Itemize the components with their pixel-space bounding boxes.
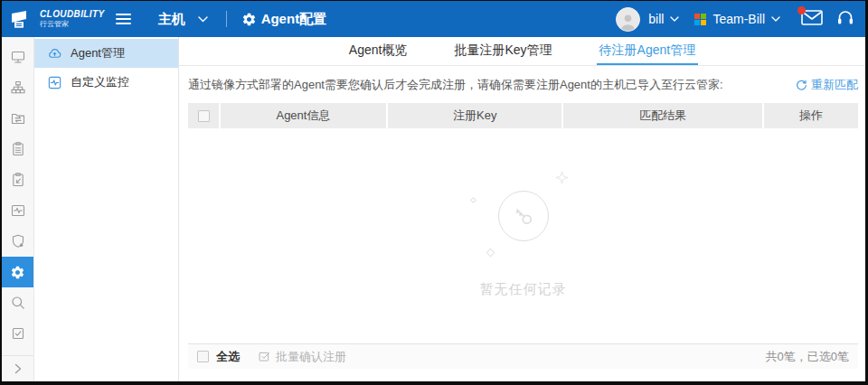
app-body: Agent管理 自定义监控 Agent概览 批量注册Key管理 待注册Agent… — [2, 37, 865, 381]
rail-spacer — [2, 349, 33, 355]
refresh-icon — [796, 80, 807, 91]
tab-content: 通过镜像方式部署的Agent需要您确认后才会完成注册，请确保需要注册Agent的… — [179, 66, 865, 381]
chevron-right-icon — [14, 363, 23, 374]
footer-checkbox[interactable] — [197, 351, 209, 362]
tab-register-key[interactable]: 批量注册Key管理 — [451, 37, 554, 65]
search-icon — [10, 295, 26, 311]
settings-gear-icon — [10, 265, 25, 280]
icon-rail — [2, 37, 34, 381]
column-agent-info: Agent信息 — [221, 103, 388, 128]
empty-illustration — [451, 174, 596, 258]
support-button[interactable] — [836, 9, 854, 30]
task-check-icon — [10, 325, 26, 342]
team-grid-icon — [694, 14, 706, 25]
rail-collapse-button[interactable] — [2, 355, 33, 381]
rail-item-agent-config[interactable] — [2, 257, 33, 287]
key-icon — [512, 204, 535, 228]
user-menu[interactable]: bill — [648, 12, 679, 26]
rail-item-file-transfer[interactable] — [2, 103, 33, 134]
sidebar-item-label: 自定义监控 — [71, 74, 129, 90]
empty-state: 暂无任何记录 — [188, 128, 858, 343]
rail-item-audit-export[interactable] — [2, 164, 33, 195]
chevron-down-icon — [771, 16, 780, 22]
topbar-divider — [226, 11, 227, 27]
security-shield-icon — [10, 233, 26, 249]
activity-monitor-icon — [10, 202, 26, 219]
user-name: bill — [648, 12, 664, 26]
selection-summary: 共0笔，已选0笔 — [766, 349, 849, 365]
rematch-button[interactable]: 重新匹配 — [796, 77, 858, 93]
hamburger-menu-icon[interactable] — [116, 14, 131, 24]
avatar[interactable] — [616, 7, 640, 32]
rail-item-audit-list[interactable] — [2, 134, 33, 164]
rail-item-security[interactable] — [2, 226, 33, 257]
sidebar: Agent管理 自定义监控 — [34, 37, 179, 381]
app-window: CLOUDBILITY 行云管家 主机 Agent配置 — [0, 0, 868, 385]
tab-pending-agent[interactable]: 待注册Agent管理 — [597, 37, 699, 65]
team-name: Team-Bill — [712, 12, 765, 26]
gear-icon — [241, 12, 257, 27]
logo-mark-icon — [11, 10, 34, 29]
rail-item-monitor[interactable] — [2, 195, 33, 226]
person-icon — [618, 12, 637, 31]
page-title: Agent配置 — [241, 11, 327, 28]
select-all-control[interactable]: 全选 — [197, 349, 240, 365]
module-label: 主机 — [158, 11, 185, 28]
module-switcher[interactable]: 主机 — [158, 11, 208, 28]
chevron-down-icon — [670, 16, 679, 22]
select-all-checkbox[interactable] — [198, 110, 210, 122]
sparkle-icon — [469, 196, 476, 202]
batch-footer: 全选 批量确认注册 共0笔，已选0笔 — [188, 343, 858, 369]
batch-confirm-button[interactable]: 批量确认注册 — [258, 349, 346, 365]
cloud-agent-icon — [47, 46, 62, 61]
empty-text: 暂无任何记录 — [480, 281, 567, 298]
audit-list-icon — [10, 141, 26, 157]
unread-badge — [797, 6, 806, 14]
pulse-monitor-icon — [47, 75, 62, 90]
tab-agent-overview[interactable]: Agent概览 — [346, 37, 410, 65]
host-monitor-icon — [10, 49, 26, 65]
header-checkbox-cell — [188, 103, 221, 128]
sparkle-icon — [486, 248, 495, 257]
edit-confirm-icon — [258, 350, 271, 363]
notice-text: 通过镜像方式部署的Agent需要您确认后才会完成注册，请确保需要注册Agent的… — [188, 77, 723, 93]
column-actions: 操作 — [764, 103, 858, 128]
chevron-down-icon — [198, 16, 208, 23]
team-menu[interactable]: Team-Bill — [694, 12, 780, 26]
file-transfer-icon — [10, 110, 26, 127]
headset-icon — [836, 9, 854, 26]
topbar-right: bill Team-Bill — [616, 7, 854, 32]
brand-name: CLOUDBILITY — [40, 10, 105, 19]
sidebar-item-label: Agent管理 — [71, 45, 125, 61]
column-register-key: 注册Key — [388, 103, 564, 128]
table-header: Agent信息 注册Key 匹配结果 操作 — [188, 103, 858, 128]
rail-item-tasks[interactable] — [2, 318, 33, 349]
mail-button[interactable] — [801, 10, 823, 29]
audit-export-icon — [10, 172, 26, 188]
tab-bar: Agent概览 批量注册Key管理 待注册Agent管理 — [179, 37, 865, 66]
main-panel: Agent概览 批量注册Key管理 待注册Agent管理 通过镜像方式部署的Ag… — [179, 37, 865, 381]
rail-item-topology[interactable] — [2, 72, 33, 103]
notice-row: 通过镜像方式部署的Agent需要您确认后才会完成注册，请确保需要注册Agent的… — [188, 66, 858, 103]
cloudbility-logo[interactable]: CLOUDBILITY 行云管家 — [11, 10, 105, 29]
rail-item-search[interactable] — [2, 287, 33, 318]
column-match-result: 匹配结果 — [563, 103, 764, 128]
topbar: CLOUDBILITY 行云管家 主机 Agent配置 — [2, 1, 865, 37]
key-circle — [498, 191, 549, 241]
topology-icon — [10, 80, 26, 96]
sidebar-item-agent-manage[interactable]: Agent管理 — [34, 39, 178, 68]
sidebar-item-custom-monitor[interactable]: 自定义监控 — [34, 68, 178, 97]
brand-subname: 行云管家 — [40, 21, 105, 28]
sparkle-icon — [555, 171, 569, 184]
rail-item-hosts[interactable] — [2, 42, 33, 72]
